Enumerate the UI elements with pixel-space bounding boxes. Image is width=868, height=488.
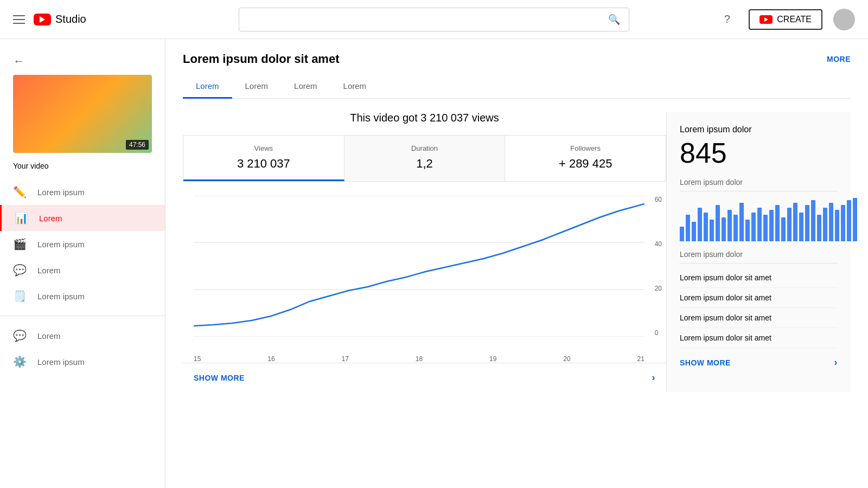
tab-2[interactable]: Lorem	[281, 75, 330, 99]
bar-27	[841, 205, 845, 241]
tab-1[interactable]: Lorem	[232, 75, 282, 99]
x-label-15: 15	[194, 355, 201, 363]
bar-16	[775, 205, 780, 241]
content-icon: 🎬	[13, 237, 27, 251]
avatar[interactable]	[833, 9, 855, 30]
create-button[interactable]: CREATE	[749, 9, 822, 30]
logo[interactable]: Studio	[34, 13, 86, 25]
rp-chevron-right-icon: ›	[834, 357, 838, 368]
help-icon: ?	[724, 13, 730, 25]
your-video-label: Your video	[0, 162, 165, 179]
page-header: Lorem ipsum dolor sit amet MORE	[183, 52, 851, 66]
rp-show-more[interactable]: SHOW MORE ›	[680, 348, 838, 368]
duration-badge: 47:56	[126, 140, 149, 150]
sidebar-item-edit[interactable]: ✏️ Lorem ipsum	[0, 179, 165, 205]
sidebar-item-label: Lorem ipsum	[37, 357, 85, 367]
bar-5	[710, 220, 714, 241]
stat-duration[interactable]: Duration 1,2	[344, 136, 506, 181]
sidebar-item-comments[interactable]: 💬 Lorem	[0, 257, 165, 283]
bar-20	[799, 213, 803, 241]
bar-6	[716, 205, 720, 241]
stat-views-label: Views	[194, 144, 333, 152]
bar-13	[757, 208, 762, 241]
analytics-icon: 📊	[15, 211, 28, 224]
tab-3[interactable]: Lorem	[330, 75, 380, 99]
stats-row: Views 3 210 037 Duration 1,2 Followers +…	[183, 135, 666, 182]
bar-25	[829, 203, 833, 241]
sidebar-item-analytics[interactable]: 📊 Lorem	[0, 205, 165, 231]
stat-views[interactable]: Views 3 210 037	[183, 136, 344, 181]
help-button[interactable]: ?	[716, 9, 738, 30]
x-label-19: 19	[489, 355, 496, 363]
views-headline: This video got 3 210 037 views	[183, 112, 666, 124]
sidebar-item-settings[interactable]: ⚙️ Lorem ipsum	[0, 349, 165, 375]
chart-svg	[194, 196, 644, 337]
content-area: This video got 3 210 037 views Views 3 2…	[183, 112, 851, 392]
y-label-40: 40	[655, 240, 662, 248]
bar-12	[751, 213, 756, 241]
bar-23	[817, 215, 821, 241]
hamburger-button[interactable]	[13, 15, 25, 24]
chart-show-more[interactable]: SHOW MORE ›	[183, 363, 666, 392]
bar-10	[739, 203, 744, 241]
sidebar-item-label: Lorem ipsum	[37, 188, 85, 197]
rp-bar-chart-label: Lorem ipsum dolor	[680, 178, 838, 191]
sidebar-divider	[0, 316, 165, 316]
chart-show-more-label: SHOW MORE	[194, 374, 245, 382]
rp-list-item-2: Lorem ipsum dolor sit amet	[680, 308, 838, 328]
bar-2	[692, 222, 696, 241]
sidebar-item-community[interactable]: 💬 Lorem	[0, 323, 165, 349]
x-label-16: 16	[267, 355, 275, 363]
stat-followers[interactable]: Followers + 289 425	[505, 136, 666, 181]
community-icon: 💬	[13, 329, 27, 342]
bar-11	[745, 220, 750, 241]
sidebar-item-content[interactable]: 🎬 Lorem ipsum	[0, 231, 165, 257]
top-nav: Studio 🔍 ? CREATE	[0, 0, 868, 39]
stat-duration-value: 1,2	[355, 157, 494, 171]
bar-8	[727, 210, 732, 241]
youtube-icon	[34, 14, 51, 25]
sidebar-item-label: Lorem	[37, 331, 61, 341]
back-icon: ←	[13, 54, 25, 68]
x-label-18: 18	[416, 355, 423, 363]
bar-15	[769, 210, 774, 241]
bar-chart	[680, 198, 838, 241]
app-title: Studio	[55, 13, 86, 25]
rp-main-label: Lorem ipsum dolor	[680, 125, 838, 134]
chart-section: This video got 3 210 037 views Views 3 2…	[183, 112, 666, 392]
edit-icon: ✏️	[13, 185, 27, 198]
stat-duration-label: Duration	[355, 144, 494, 152]
y-axis-labels: 60 40 20 0	[655, 196, 662, 337]
y-label-20: 20	[655, 285, 662, 292]
search-icon: 🔍	[608, 14, 620, 25]
sidebar-item-subtitles[interactable]: 🗒️ Lorem ipsum	[0, 283, 165, 309]
bar-0	[680, 227, 684, 241]
bar-18	[787, 208, 792, 241]
back-button[interactable]: ←	[0, 48, 165, 75]
create-label: CREATE	[777, 15, 812, 24]
bar-19	[793, 203, 797, 241]
more-link[interactable]: MORE	[827, 55, 851, 63]
stat-followers-value: + 289 425	[516, 157, 655, 171]
subtitles-icon: 🗒️	[13, 290, 27, 303]
x-label-17: 17	[342, 355, 349, 363]
y-label-0: 0	[655, 329, 662, 337]
comments-icon: 💬	[13, 264, 27, 277]
main-content: Lorem ipsum dolor sit amet MORE Lorem Lo…	[165, 39, 868, 488]
rp-list-item-1: Lorem ipsum dolor sit amet	[680, 288, 838, 308]
bar-22	[811, 200, 815, 241]
rp-list-label: Lorem ipsum dolor	[680, 250, 838, 264]
rp-big-number: 845	[680, 137, 838, 169]
bar-14	[763, 215, 768, 241]
sidebar-item-label: Lorem ipsum	[37, 240, 85, 249]
sidebar-item-label: Lorem	[37, 266, 61, 275]
settings-icon: ⚙️	[13, 355, 27, 368]
x-label-20: 20	[563, 355, 570, 363]
tab-0[interactable]: Lorem	[183, 75, 232, 99]
rp-list-item-0: Lorem ipsum dolor sit amet	[680, 268, 838, 288]
bar-21	[805, 205, 809, 241]
search-input[interactable]	[248, 15, 602, 24]
video-thumbnail[interactable]: 47:56	[13, 75, 152, 153]
x-axis-labels: 15 16 17 18 19 20 21	[183, 353, 666, 363]
rp-show-more-label: SHOW MORE	[680, 358, 731, 367]
